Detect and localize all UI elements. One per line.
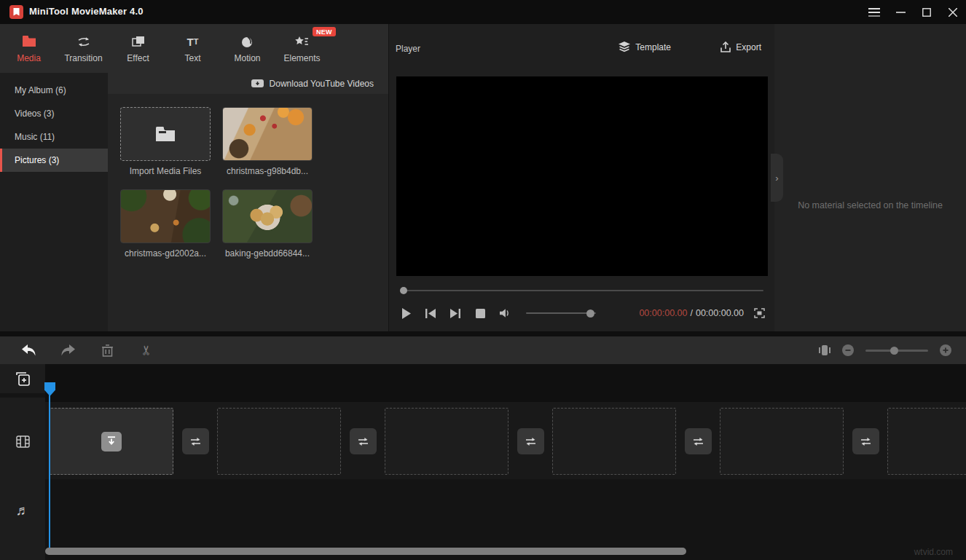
template-button[interactable]: Template bbox=[619, 42, 671, 52]
download-youtube-label: Download YouTube Videos bbox=[270, 79, 374, 89]
maximize-button[interactable] bbox=[914, 0, 940, 24]
sidebar-item-music[interactable]: Music (11) bbox=[0, 125, 108, 149]
transition-slot-2[interactable] bbox=[350, 428, 377, 454]
timeline-clip-placeholder-4[interactable] bbox=[552, 408, 676, 475]
youtube-download-icon bbox=[251, 79, 264, 88]
export-button[interactable]: Export bbox=[720, 42, 761, 52]
sidebar-item-pictures-label: Pictures (3) bbox=[15, 155, 59, 165]
tab-effect-label: Effect bbox=[127, 53, 149, 63]
timeline-clip-placeholder-6[interactable] bbox=[887, 408, 966, 475]
elements-star-icon bbox=[294, 33, 310, 50]
transition-slot-4[interactable] bbox=[685, 428, 712, 454]
video-preview[interactable] bbox=[396, 76, 768, 276]
tab-text-label: Text bbox=[184, 53, 200, 63]
export-label: Export bbox=[736, 42, 761, 52]
timeline-ruler[interactable] bbox=[45, 364, 966, 402]
title-bar: MiniTool MovieMaker 4.0 bbox=[0, 0, 966, 24]
sidebar-item-my-album[interactable]: My Album (6) bbox=[0, 79, 108, 102]
volume-thumb[interactable] bbox=[586, 309, 594, 318]
media-thumbnail-christmas-2[interactable] bbox=[120, 189, 211, 243]
template-layers-icon bbox=[619, 42, 630, 52]
media-thumbnail-christmas-1-label: christmas-g98b4db... bbox=[221, 166, 314, 176]
tab-elements-label: Elements bbox=[283, 53, 320, 63]
menu-icon[interactable] bbox=[861, 0, 887, 24]
player-title: Player bbox=[396, 44, 420, 54]
seek-thumb[interactable] bbox=[400, 287, 407, 294]
app-logo-icon bbox=[9, 5, 23, 19]
text-tt-icon: TT bbox=[187, 33, 199, 50]
tab-motion[interactable]: Motion bbox=[220, 24, 275, 73]
minimize-button[interactable] bbox=[887, 0, 914, 24]
add-track-button[interactable] bbox=[0, 364, 45, 398]
timeline-horizontal-scrollbar[interactable] bbox=[45, 548, 686, 555]
media-thumbnail-baking[interactable] bbox=[222, 189, 313, 243]
fullscreen-icon[interactable] bbox=[754, 308, 765, 318]
video-track-icon[interactable] bbox=[0, 408, 45, 475]
tab-transition[interactable]: Transition bbox=[56, 24, 111, 73]
watermark: wtvid.com bbox=[914, 547, 953, 557]
import-folder-icon bbox=[155, 126, 176, 142]
download-youtube-button[interactable]: Download YouTube Videos bbox=[108, 73, 388, 94]
template-label: Template bbox=[635, 42, 671, 52]
time-total: 00:00:00.00 bbox=[696, 308, 744, 318]
window-title: MiniTool MovieMaker 4.0 bbox=[29, 6, 144, 17]
transition-arrows-icon bbox=[76, 33, 91, 50]
sidebar-item-music-label: Music (11) bbox=[15, 132, 55, 142]
import-media-card[interactable] bbox=[120, 107, 211, 161]
media-thumbnail-baking-label: baking-gebdd66844... bbox=[221, 248, 314, 259]
time-current: 00:00:00.00 bbox=[639, 308, 687, 318]
player-controls: 00:00:00.00 / 00:00:00.00 bbox=[401, 302, 765, 324]
timeline-clip-placeholder-5[interactable] bbox=[720, 408, 844, 475]
play-button[interactable] bbox=[401, 307, 411, 319]
timeline: ♬ wtvid.com bbox=[0, 364, 966, 560]
fit-timeline-icon[interactable] bbox=[819, 345, 830, 355]
sidebar-item-my-album-label: My Album (6) bbox=[15, 85, 66, 95]
import-media-label: Import Media Files bbox=[119, 166, 212, 176]
sidebar-item-videos[interactable]: Videos (3) bbox=[0, 102, 108, 125]
timeline-clip-placeholder-3[interactable] bbox=[385, 408, 508, 475]
zoom-out-icon[interactable] bbox=[842, 344, 854, 356]
media-thumbnail-christmas-2-label: christmas-gd2002a... bbox=[119, 248, 212, 259]
tab-transition-label: Transition bbox=[64, 53, 102, 63]
playhead-line bbox=[49, 393, 50, 551]
previous-frame-button[interactable] bbox=[425, 307, 436, 319]
stop-button[interactable] bbox=[475, 307, 485, 319]
tab-motion-label: Motion bbox=[234, 53, 260, 63]
effect-squares-icon bbox=[132, 33, 145, 50]
timeline-zoom-controls bbox=[819, 336, 966, 364]
tab-text[interactable]: TT Text bbox=[165, 24, 220, 73]
timeline-zoom-slider[interactable] bbox=[865, 350, 928, 352]
clip-download-icon bbox=[101, 432, 122, 451]
seek-bar[interactable] bbox=[401, 290, 763, 291]
media-folder-icon bbox=[22, 33, 36, 50]
transition-slot-3[interactable] bbox=[517, 428, 544, 454]
media-thumbnail-christmas-1[interactable] bbox=[222, 107, 313, 161]
media-library: Download YouTube Videos Import Media Fil… bbox=[108, 73, 388, 331]
audio-track-icon[interactable]: ♬ bbox=[0, 477, 45, 544]
sidebar-item-videos-label: Videos (3) bbox=[15, 109, 54, 119]
track-rail: ♬ bbox=[0, 364, 45, 560]
tab-effect[interactable]: Effect bbox=[111, 24, 165, 73]
delete-button[interactable] bbox=[93, 336, 121, 364]
volume-icon[interactable] bbox=[500, 307, 510, 319]
split-scissors-button[interactable]: ✂ bbox=[133, 336, 160, 364]
tab-media[interactable]: Media bbox=[1, 24, 56, 73]
tab-media-label: Media bbox=[17, 53, 41, 63]
timeline-clip-placeholder-2[interactable] bbox=[217, 408, 341, 475]
tab-elements[interactable]: NEW Elements bbox=[275, 24, 329, 73]
transition-slot-1[interactable] bbox=[182, 428, 209, 454]
ribbon-tab-bar: Media Transition Effect TT Text Motion N… bbox=[0, 24, 388, 73]
timeline-zoom-thumb[interactable] bbox=[890, 347, 898, 355]
new-badge: NEW bbox=[313, 27, 336, 36]
redo-button[interactable] bbox=[54, 336, 82, 364]
volume-slider[interactable] bbox=[526, 312, 596, 314]
collapse-panel-chevron-icon[interactable]: › bbox=[771, 154, 783, 202]
next-frame-button[interactable] bbox=[450, 307, 460, 319]
undo-button[interactable] bbox=[15, 336, 42, 364]
transition-slot-5[interactable] bbox=[852, 428, 879, 454]
zoom-in-icon[interactable] bbox=[940, 344, 951, 356]
close-button[interactable] bbox=[940, 0, 966, 24]
sidebar-item-pictures[interactable]: Pictures (3) bbox=[0, 149, 108, 172]
timeline-clip-placeholder-1[interactable] bbox=[50, 408, 173, 475]
media-pane: Media Transition Effect TT Text Motion N… bbox=[0, 24, 388, 331]
